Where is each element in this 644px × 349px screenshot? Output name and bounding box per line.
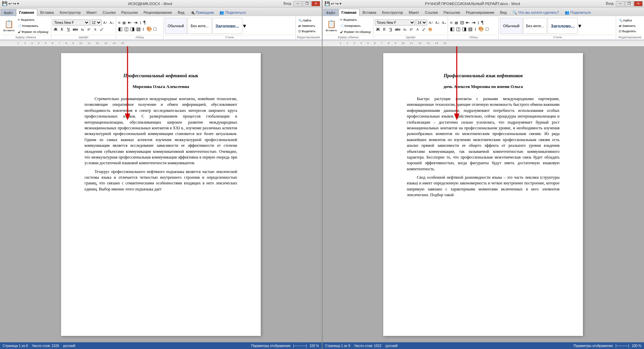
font-select-2[interactable]: Times New F bbox=[375, 19, 415, 26]
tab-home-1[interactable]: Главная bbox=[16, 9, 37, 16]
select-btn-2[interactable]: ⊡Выделить bbox=[617, 29, 642, 34]
bold-btn-2[interactable]: Ж bbox=[375, 26, 381, 32]
indent-increase-icon-1[interactable]: ⇥ bbox=[133, 20, 138, 26]
list-ordered-icon-2[interactable]: ≣ bbox=[454, 20, 459, 26]
close-btn-1[interactable]: ✕ bbox=[311, 1, 320, 6]
paste-btn-1[interactable]: 📋 Вставить bbox=[2, 17, 16, 35]
redo-icon-2[interactable]: ↪ bbox=[335, 1, 339, 6]
font-select-1[interactable]: Times New F bbox=[53, 19, 90, 26]
underline-btn-2[interactable]: Ч bbox=[388, 26, 394, 32]
font-size-select-2[interactable]: 14 bbox=[416, 19, 427, 26]
tab-share-1[interactable]: 👥 Поделиться bbox=[217, 9, 248, 16]
styles-expand-icon-1[interactable]: ▾ bbox=[243, 22, 246, 30]
tab-insert-1[interactable]: Вставка bbox=[38, 9, 57, 16]
style-normal-2[interactable]: Обычный bbox=[500, 18, 523, 34]
redo-icon[interactable]: ↪ bbox=[13, 1, 16, 6]
subscript-btn-1[interactable]: x₂ bbox=[80, 26, 86, 32]
format-painter-btn-2[interactable]: 🖌Формат по образцу bbox=[339, 29, 372, 35]
strikethrough-btn-2[interactable]: abc bbox=[394, 26, 401, 32]
restore-btn-1[interactable]: ❐ bbox=[302, 1, 311, 6]
copy-btn-2[interactable]: 📄Копировать bbox=[339, 23, 372, 29]
customize-icon-2[interactable]: ▾ bbox=[340, 2, 341, 5]
find-btn-2[interactable]: 🔍Найти bbox=[617, 18, 642, 23]
style-heading-1[interactable]: Заголово... bbox=[212, 18, 242, 34]
format-painter-btn-1[interactable]: 🖌Формат по образцу bbox=[17, 29, 50, 35]
login-btn-1[interactable]: Вход bbox=[282, 2, 293, 5]
paragraph-mark-icon-1[interactable]: ¶ bbox=[143, 20, 146, 26]
align-right-icon-1[interactable]: ◨ bbox=[130, 26, 135, 32]
subscript-btn-2[interactable]: x₂ bbox=[402, 26, 408, 32]
tab-mailing-2[interactable]: Рассылки bbox=[441, 9, 463, 16]
login-btn-2[interactable]: Вход bbox=[604, 2, 615, 5]
tab-layout-2[interactable]: Макет bbox=[406, 9, 422, 16]
align-center-icon-2[interactable]: ◫ bbox=[455, 26, 461, 32]
align-justify-icon-2[interactable]: ▤ bbox=[467, 26, 473, 32]
sort-icon-2[interactable]: ↕ bbox=[477, 20, 480, 26]
minimize-btn-1[interactable]: ─ bbox=[293, 1, 302, 6]
bold-btn-1[interactable]: Ж bbox=[53, 26, 59, 32]
tab-mailing-1[interactable]: Рассылки bbox=[118, 9, 140, 16]
zoom-slider-left[interactable]: |─────| bbox=[293, 344, 307, 348]
superscript-btn-2[interactable]: x² bbox=[408, 26, 414, 32]
list-unordered-icon-1[interactable]: ≡ bbox=[117, 20, 121, 26]
select-btn-1[interactable]: ⊡Выделить bbox=[297, 29, 320, 34]
restore-btn-2[interactable]: ❐ bbox=[625, 1, 634, 6]
strikethrough-btn-1[interactable]: abc bbox=[72, 26, 79, 32]
tab-constructor-1[interactable]: Конструктор bbox=[57, 9, 84, 16]
align-left-icon-2[interactable]: ◧ bbox=[449, 26, 455, 32]
clear-format-icon-2[interactable]: Aₓ bbox=[441, 20, 447, 25]
indent-increase-icon-2[interactable]: ⇥ bbox=[471, 20, 476, 26]
align-justify-icon-1[interactable]: ▤ bbox=[136, 26, 141, 32]
tab-insert-2[interactable]: Вставка bbox=[360, 9, 379, 16]
tab-links-2[interactable]: Ссылки bbox=[422, 9, 441, 16]
save-icon[interactable]: 💾 bbox=[2, 1, 7, 6]
border-icon-2[interactable]: □ bbox=[485, 27, 489, 32]
sort-icon-1[interactable]: ↕ bbox=[139, 20, 142, 26]
cut-btn-2[interactable]: ✂Вырезать bbox=[339, 17, 372, 23]
text-color-btn-1[interactable]: A bbox=[92, 26, 98, 32]
border-icon-1[interactable]: □ bbox=[153, 27, 157, 32]
undo-icon[interactable]: ↩ bbox=[8, 1, 12, 6]
tab-links-1[interactable]: Ссылки bbox=[100, 9, 118, 16]
style-nospace-2[interactable]: Без инте... bbox=[523, 18, 547, 34]
zoom-slider-right[interactable]: |─────| bbox=[615, 344, 629, 348]
style-heading-2[interactable]: Заголово... bbox=[548, 18, 578, 34]
align-center-icon-1[interactable]: ◫ bbox=[123, 26, 129, 32]
decrease-font-icon-2[interactable]: A↓ bbox=[435, 20, 440, 25]
cut-btn-1[interactable]: ✂Вырезать bbox=[17, 17, 50, 23]
shading-btn-2[interactable]: 🎨 bbox=[427, 26, 433, 32]
underline-btn-1[interactable]: Ч bbox=[65, 26, 71, 32]
status-params-left[interactable]: Параметры отображения bbox=[251, 344, 290, 348]
close-btn-2[interactable]: ✕ bbox=[634, 1, 643, 6]
status-params-right[interactable]: Параметры отображения bbox=[574, 344, 613, 348]
paragraph-mark-icon-2[interactable]: ¶ bbox=[481, 20, 484, 26]
line-spacing-icon-1[interactable]: ↕ bbox=[142, 27, 145, 32]
tab-helper-1[interactable]: 🔌 Помощник bbox=[188, 9, 217, 16]
italic-btn-2[interactable]: К bbox=[381, 26, 387, 32]
styles-expand-icon-2[interactable]: ▾ bbox=[578, 22, 581, 30]
tab-search-2[interactable]: 🔍 Что вы хотите сделать? bbox=[510, 9, 562, 16]
tab-review-1[interactable]: Рецензирование bbox=[141, 9, 175, 16]
font-size-select-1[interactable]: 12 bbox=[90, 19, 102, 26]
shading-icon-2[interactable]: 🎨 bbox=[478, 26, 485, 32]
shading-icon-1[interactable]: 🎨 bbox=[146, 26, 153, 32]
align-right-icon-2[interactable]: ◨ bbox=[461, 26, 467, 32]
superscript-btn-1[interactable]: x² bbox=[86, 26, 92, 32]
tab-constructor-2[interactable]: Конструктор bbox=[379, 9, 406, 16]
list-unordered-icon-2[interactable]: ≡ bbox=[449, 20, 453, 26]
style-normal-1[interactable]: Обычный bbox=[165, 18, 187, 34]
indent-decrease-icon-2[interactable]: ⇤ bbox=[465, 20, 470, 26]
tab-home-2[interactable]: Главная bbox=[339, 9, 360, 16]
replace-btn-1[interactable]: ⇄Заменить bbox=[297, 24, 320, 28]
list-ordered-icon-1[interactable]: ≣ bbox=[121, 20, 127, 26]
tab-view-1[interactable]: Вид bbox=[175, 9, 187, 16]
increase-font-icon-2[interactable]: A↑ bbox=[428, 20, 434, 25]
replace-btn-2[interactable]: ⇄Заменить bbox=[617, 24, 642, 28]
italic-btn-1[interactable]: К bbox=[59, 26, 65, 32]
tab-review-2[interactable]: Рецензирование bbox=[463, 9, 497, 16]
undo-icon-2[interactable]: ↩ bbox=[331, 1, 334, 6]
find-btn-1[interactable]: 🔍Найти bbox=[297, 18, 320, 23]
tab-file-2[interactable]: Файл bbox=[323, 9, 338, 16]
align-left-icon-1[interactable]: ◧ bbox=[117, 26, 123, 32]
line-spacing-icon-2[interactable]: ↕ bbox=[474, 27, 477, 32]
